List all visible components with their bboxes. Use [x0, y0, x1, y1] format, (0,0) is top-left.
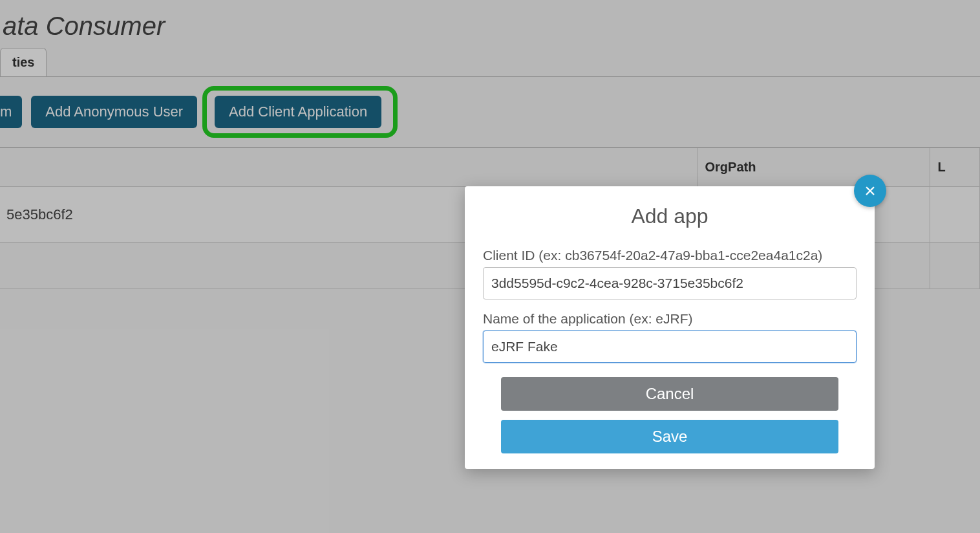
app-name-label: Name of the application (ex: eJRF): [483, 311, 857, 327]
modal-title: Add app: [465, 204, 875, 228]
client-id-input[interactable]: [483, 267, 857, 299]
modal-actions: Cancel Save: [465, 375, 875, 453]
close-icon: ×: [864, 181, 876, 201]
add-app-modal: × Add app Client ID (ex: cb36754f-20a2-4…: [465, 186, 875, 469]
app-name-input[interactable]: [483, 331, 857, 363]
client-id-label: Client ID (ex: cb36754f-20a2-47a9-bba1-c…: [483, 248, 857, 263]
modal-close-button[interactable]: ×: [854, 175, 886, 207]
save-button[interactable]: Save: [501, 420, 838, 453]
cancel-button[interactable]: Cancel: [501, 377, 838, 411]
